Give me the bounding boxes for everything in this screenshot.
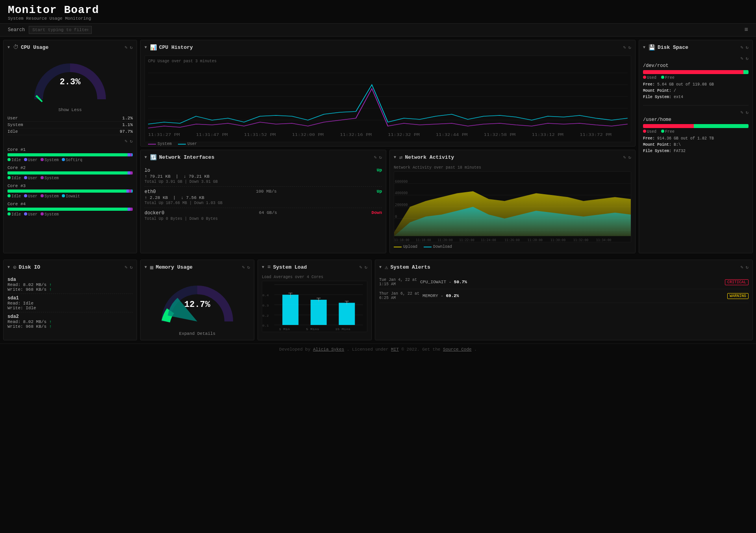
svg-text:11:34:00: 11:34:00 <box>596 238 611 242</box>
svg-text:11:31:47 PM: 11:31:47 PM <box>196 133 228 137</box>
disk-userhome: ✎ ↻ /user/home Used Free Free: 914.36 GB… <box>643 110 749 154</box>
net-lo: lo Up ↑ 79.21 KB | ↓ 79.21 KB Total Up 3… <box>145 165 382 187</box>
disk-io-title: Disk IO <box>19 264 122 270</box>
cpu-actions: ✎ ↻ <box>125 45 133 50</box>
diskio-sda2: sda2 Read: 8.02 MB/s ↑ Write: 968 KB/s ↑ <box>7 312 133 331</box>
alerts-header: ▼ ⚠ System Alerts ✎ ↻ <box>379 264 749 272</box>
core-1-bar <box>7 153 133 156</box>
sysload-refresh-btn[interactable]: ↻ <box>365 264 367 270</box>
netif-refresh-btn[interactable]: ↻ <box>379 154 382 160</box>
filter-icon[interactable]: ≡ <box>744 26 748 33</box>
userhome-name: /user/home <box>643 117 749 123</box>
disk-io-header: ▼ ⊙ Disk IO ✎ ↻ <box>7 264 133 272</box>
footer-author-link[interactable]: Alicia Sykes <box>313 347 344 352</box>
svg-text:11:32:00 PM: 11:32:00 PM <box>292 133 324 137</box>
netact-refresh-btn[interactable]: ↻ <box>628 154 631 160</box>
diskio-edit-btn[interactable]: ✎ <box>125 264 128 270</box>
cpu-history-chart: CPU Usage over past 3 minutes 11:31:27 P… <box>145 56 631 142</box>
memory-gauge-value: 12.7% <box>184 299 210 309</box>
cpu-edit-btn[interactable]: ✎ <box>125 45 128 50</box>
history-collapse[interactable]: ▼ <box>145 45 147 50</box>
disk-space-header: ▼ 💾 Disk Space ✎ ↻ <box>643 44 749 52</box>
userhome-legend: Used Free <box>643 130 749 134</box>
netact-edit-btn[interactable]: ✎ <box>623 154 626 160</box>
diskio-collapse[interactable]: ▼ <box>7 265 10 269</box>
footer-license-link[interactable]: MIT <box>391 347 399 352</box>
search-bar: Search ≡ <box>0 24 756 37</box>
search-input[interactable] <box>29 26 92 34</box>
userhome-edit[interactable]: ✎ <box>741 110 743 115</box>
net-docker0: docker0 64 GB/s Down Total Up 0 Bytes | … <box>145 208 382 223</box>
disk-refresh-btn[interactable]: ↻ <box>746 45 749 50</box>
memory-icon: ▦ <box>150 264 153 271</box>
alerts-collapse[interactable]: ▼ <box>379 265 382 269</box>
svg-text:11:28:00: 11:28:00 <box>528 238 543 242</box>
devroot-legend: Used Free <box>643 76 749 80</box>
cpu-card-header: ▼ ⏱ CPU Usage ✎ ↻ <box>7 44 133 52</box>
core-1: Core #1 Idle User System Softirq <box>7 147 133 162</box>
diskio-icon: ⊙ <box>13 264 16 271</box>
userhome-refresh[interactable]: ↻ <box>746 110 749 115</box>
expand-details[interactable]: Expand Details <box>145 331 250 336</box>
collapse-arrow[interactable]: ▼ <box>7 45 10 50</box>
netif-icon: 🔃 <box>150 154 157 161</box>
cores-refresh-btn[interactable]: ↻ <box>130 138 133 144</box>
memory-edit-btn[interactable]: ✎ <box>242 264 245 270</box>
devroot-refresh[interactable]: ↻ <box>746 56 749 61</box>
history-refresh-btn[interactable]: ↻ <box>628 45 631 50</box>
disk-icon: 💾 <box>649 44 655 51</box>
diskio-refresh-btn[interactable]: ↻ <box>130 264 133 270</box>
svg-text:600000: 600000 <box>395 180 408 184</box>
memory-refresh-btn[interactable]: ↻ <box>247 264 250 270</box>
page-title: Monitor Board <box>8 4 748 16</box>
alerts-edit-btn[interactable]: ✎ <box>741 264 743 270</box>
alert-1-badge: CRITICAL <box>725 279 749 285</box>
devroot-edit[interactable]: ✎ <box>741 56 743 61</box>
footer-source-link[interactable]: Source Code <box>443 347 472 352</box>
page-subtitle: System Resource Usage Monitoring <box>8 16 748 21</box>
sysload-edit-btn[interactable]: ✎ <box>359 264 362 270</box>
svg-text:11:32:00: 11:32:00 <box>573 238 589 242</box>
svg-text:11:32:44 PM: 11:32:44 PM <box>436 133 468 137</box>
core-1-softirq <box>132 153 133 156</box>
cpu-history-legend: System User <box>148 142 628 146</box>
svg-text:11:30:00: 11:30:00 <box>550 238 566 242</box>
memory-collapse[interactable]: ▼ <box>145 265 147 269</box>
cpu-title: CPU Usage <box>21 45 122 50</box>
cores-edit-btn[interactable]: ✎ <box>125 138 128 144</box>
memory-gauge: 12.7% <box>145 276 250 327</box>
disk-edit-btn[interactable]: ✎ <box>741 45 743 50</box>
alerts-refresh-btn[interactable]: ↻ <box>746 264 749 270</box>
netact-icon: ⇄ <box>399 154 402 161</box>
netif-collapse[interactable]: ▼ <box>145 155 147 160</box>
devroot-info: Free: 5.64 GB out of 119.08 GB Mount Poi… <box>643 82 749 100</box>
svg-text:0.3: 0.3 <box>262 304 269 308</box>
svg-text:0.4: 0.4 <box>262 294 269 297</box>
userhome-info: Free: 914.36 GB out of 1.82 TB Mount Poi… <box>643 136 749 154</box>
svg-rect-45 <box>282 295 298 325</box>
show-less[interactable]: Show Less <box>58 108 82 112</box>
disk-space-card: ▼ 💾 Disk Space ✎ ↻ ✎ ↻ /dev/root Used <box>639 40 753 253</box>
core-2: Core #2 Idle User System <box>7 165 133 180</box>
alert-2: Thur Jan 6, 22 at6:25 AM MEMORY - 69.2% … <box>379 289 749 303</box>
net-interfaces-header: ▼ 🔃 Network Interfaces ✎ ↻ <box>145 154 382 162</box>
userhome-bar <box>643 124 749 128</box>
cpu-gauge-value: 2.3% <box>60 77 81 87</box>
cpu-history-title: CPU History <box>159 45 621 50</box>
svg-rect-46 <box>311 300 327 325</box>
svg-text:0.1: 0.1 <box>262 324 269 328</box>
cpu-idle-row: Idle 97.7% <box>7 128 133 135</box>
core-4-bar <box>7 208 133 211</box>
net-activity-subtitle: Network Activity over past 18 minutes <box>394 165 631 170</box>
history-edit-btn[interactable]: ✎ <box>623 45 626 50</box>
disk-collapse[interactable]: ▼ <box>643 45 645 50</box>
footer: Developed by Alicia Sykes . Licensed und… <box>0 344 756 355</box>
svg-text:11:31:52 PM: 11:31:52 PM <box>244 133 276 137</box>
netif-edit-btn[interactable]: ✎ <box>374 154 377 160</box>
alert-1: Tue Jan 4, 22 at1:15 AM CPU_IOWAIT - 50.… <box>379 275 749 289</box>
net-activity-legend: Upload Download <box>394 245 631 249</box>
svg-text:11:20:00: 11:20:00 <box>437 238 453 242</box>
sysload-collapse[interactable]: ▼ <box>262 265 264 269</box>
netact-collapse[interactable]: ▼ <box>394 155 396 160</box>
cpu-refresh-btn[interactable]: ↻ <box>130 45 133 50</box>
